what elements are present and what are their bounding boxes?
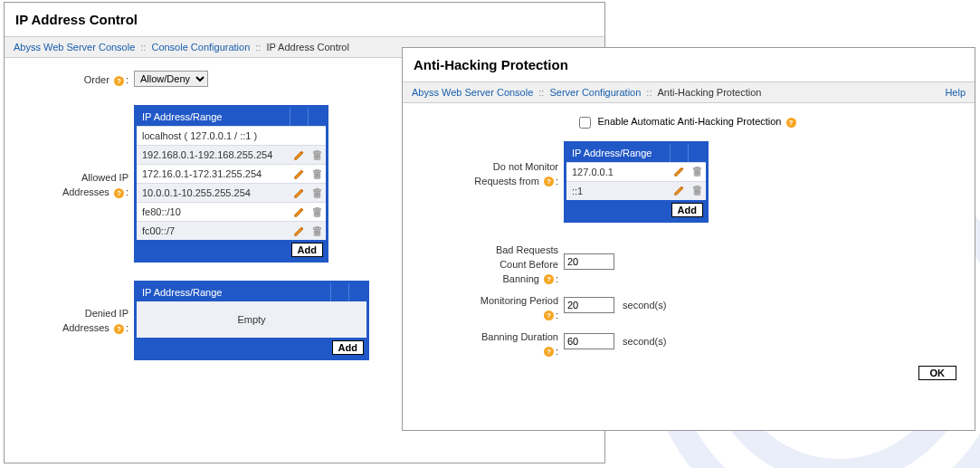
edit-icon[interactable] [673,185,685,196]
delete-icon[interactable] [311,187,323,199]
table-row: 10.0.0.1-10.255.255.254 [137,183,326,202]
ip-cell: 10.0.0.1-10.255.255.254 [137,184,290,202]
table-row: fe80::/10 [137,202,326,221]
breadcrumb-sep: :: [140,42,146,53]
help-icon[interactable]: ? [114,324,124,334]
svg-rect-32 [695,167,698,168]
monitoring-period-input[interactable] [564,297,614,313]
panel-title: IP Address Control [5,3,604,37]
breadcrumb-current: IP Address Control [266,42,349,53]
help-icon[interactable]: ? [544,177,554,186]
svg-rect-38 [695,186,698,187]
svg-rect-26 [315,226,318,228]
anti-hacking-panel: Anti-Hacking Protection Abyss Web Server… [402,47,975,431]
bad-requests-input[interactable] [564,253,614,270]
delete-icon[interactable] [311,225,323,237]
enable-label[interactable]: Enable Automatic Anti-Hacking Protection… [579,116,797,127]
denied-ip-table: IP Address/Range Empty Add [134,281,369,360]
table-header: IP Address/Range [137,283,330,301]
table-row: 172.16.0.1-172.31.255.254 [137,164,326,183]
edit-icon[interactable] [673,166,685,177]
breadcrumb-sep: :: [538,87,544,98]
breadcrumb-link[interactable]: Console Configuration [151,42,250,53]
add-button[interactable]: Add [291,243,323,257]
help-icon[interactable]: ? [114,188,124,198]
breadcrumb-link[interactable]: Abyss Web Server Console [14,42,135,53]
edit-icon[interactable] [293,149,305,161]
help-icon[interactable]: ? [544,347,554,357]
delete-icon[interactable] [691,185,703,196]
table-row: localhost ( 127.0.0.1 / ::1 ) [137,126,326,145]
delete-icon[interactable] [691,166,703,177]
enable-checkbox[interactable] [579,117,591,129]
ip-cell: fc00::/7 [137,222,290,240]
edit-icon[interactable] [293,168,305,180]
table-row: ::1 [566,181,706,200]
svg-rect-20 [315,207,318,209]
breadcrumb-link[interactable]: Abyss Web Server Console [412,87,533,98]
breadcrumb-sep: :: [646,87,652,98]
ip-cell: localhost ( 127.0.0.1 / ::1 ) [137,127,290,145]
edit-icon[interactable] [293,187,305,199]
monitor-label: Do not Monitor Requests from ?: [419,141,564,188]
monitoring-period-label: Monitoring Period ?: [419,291,564,322]
svg-rect-2 [315,150,318,152]
denied-ip-label: Denied IP Addresses ?: [21,281,134,335]
breadcrumb-current: Anti-Hacking Protection [657,87,761,98]
help-link[interactable]: Help [945,87,966,98]
edit-icon[interactable] [293,206,305,218]
help-icon[interactable]: ? [544,310,554,320]
table-row: 192.168.0.1-192.168.255.254 [137,145,326,164]
breadcrumb: Abyss Web Server Console :: Server Confi… [403,82,975,103]
ip-cell: ::1 [566,182,670,200]
help-icon[interactable]: ? [114,76,124,86]
ip-cell: fe80::/10 [137,203,290,221]
allowed-ip-table: IP Address/Range localhost ( 127.0.0.1 /… [134,105,328,263]
delete-icon[interactable] [311,206,323,218]
help-icon[interactable]: ? [544,274,554,284]
table-row: fc00::/7 [137,221,326,240]
table-header: IP Address/Range [566,144,670,162]
breadcrumb-sep: :: [255,42,261,53]
unit-label: second(s) [623,336,666,347]
order-label: Order ?: [21,71,134,87]
table-header: IP Address/Range [137,108,290,126]
delete-icon[interactable] [311,149,323,161]
banning-duration-input[interactable] [564,333,614,349]
order-select[interactable]: Allow/Deny [134,71,208,87]
help-icon[interactable]: ? [786,118,796,128]
bad-requests-label: Bad Requests Count Before Banning ?: [419,241,564,286]
ok-button[interactable]: OK [918,366,957,380]
add-button[interactable]: Add [332,340,364,355]
breadcrumb-link[interactable]: Server Configuration [549,87,641,98]
table-row: 127.0.0.1 [566,162,706,181]
unit-label: second(s) [623,300,666,310]
banning-duration-label: Banning Duration ?: [419,328,564,358]
monitor-ip-table: IP Address/Range 127.0.0.1::1 Add [564,141,709,223]
ip-cell: 127.0.0.1 [566,163,670,181]
ip-cell: 192.168.0.1-192.168.255.254 [137,146,290,164]
svg-rect-8 [315,169,318,171]
panel-title: Anti-Hacking Protection [403,48,975,82]
delete-icon[interactable] [311,168,323,180]
svg-rect-14 [315,188,318,190]
allowed-ip-label: Allowed IP Addresses ?: [21,105,134,199]
edit-icon[interactable] [293,225,305,237]
table-empty: Empty [137,301,366,338]
ip-cell: 172.16.0.1-172.31.255.254 [137,165,290,183]
add-button[interactable]: Add [671,203,703,217]
